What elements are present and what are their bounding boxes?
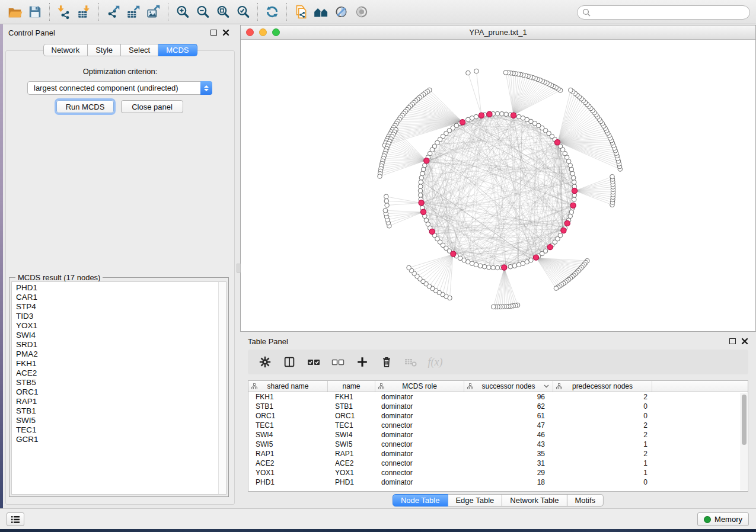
- column-header-shared-name[interactable]: shared name: [248, 381, 328, 392]
- refresh-button[interactable]: [262, 2, 282, 21]
- mcds-result-item[interactable]: YOX1: [12, 321, 218, 331]
- table-row[interactable]: PHD1PHD1dominator180: [248, 477, 740, 487]
- float-panel-icon[interactable]: [210, 30, 217, 36]
- delete-column-button[interactable]: [379, 354, 394, 370]
- table-row[interactable]: STB1STB1dominator620: [248, 402, 740, 411]
- column-header-predecessor-nodes[interactable]: predecessor nodes: [553, 381, 652, 392]
- network-analyzer-button[interactable]: [311, 2, 331, 21]
- window-zoom-traffic-light[interactable]: [272, 28, 280, 36]
- mcds-result-item[interactable]: STB1: [12, 406, 218, 416]
- table-row[interactable]: YOX1YOX1connector291: [248, 468, 740, 477]
- zoom-in-button[interactable]: [173, 2, 193, 21]
- duplicate-network-button[interactable]: [291, 2, 311, 21]
- table-row[interactable]: ACE2ACE2connector311: [248, 459, 740, 468]
- table-row[interactable]: SWI4SWI4dominator462: [248, 430, 740, 440]
- mcds-list-scrollbar[interactable]: [218, 282, 226, 494]
- close-panel-icon[interactable]: [222, 29, 229, 36]
- tab-node-table[interactable]: Node Table: [393, 494, 448, 507]
- table-row[interactable]: ORC1ORC1dominator610: [248, 411, 740, 421]
- tab-select[interactable]: Select: [121, 44, 158, 56]
- table-scrollbar[interactable]: [741, 393, 747, 491]
- task-history-button[interactable]: [7, 512, 24, 526]
- tab-network[interactable]: Network: [43, 44, 88, 56]
- table-row[interactable]: FKH1FKH1dominator962: [248, 392, 740, 402]
- column-header-successor-nodes[interactable]: successor nodes: [464, 381, 553, 392]
- window-minimize-traffic-light[interactable]: [259, 28, 267, 36]
- export-table-button[interactable]: [123, 2, 143, 21]
- open-button[interactable]: [5, 2, 25, 21]
- hide-graphics-details-button[interactable]: [331, 2, 352, 21]
- export-image-button[interactable]: [143, 2, 164, 21]
- mcds-result-item[interactable]: TID3: [12, 312, 218, 321]
- mcds-result-item[interactable]: SWI5: [12, 416, 218, 425]
- delete-table-button[interactable]: [403, 354, 419, 370]
- import-table-button[interactable]: [74, 2, 94, 21]
- selected-criterion-value: largest connected component (undirected): [28, 84, 200, 92]
- close-panel-button[interactable]: Close panel: [121, 100, 183, 113]
- add-column-button[interactable]: [355, 354, 370, 370]
- mcds-result-item[interactable]: ACE2: [12, 368, 218, 378]
- table-row[interactable]: RAP1RAP1dominator352: [248, 449, 740, 459]
- network-window-titlebar[interactable]: YPA_prune.txt_1: [241, 25, 755, 40]
- table-cell: ACE2: [328, 459, 375, 468]
- float-panel-icon[interactable]: [729, 338, 736, 344]
- mcds-result-item[interactable]: SWI4: [12, 331, 218, 340]
- table-cell: PHD1: [328, 477, 375, 487]
- function-builder-button[interactable]: f(x): [428, 354, 443, 370]
- tab-style[interactable]: Style: [88, 44, 121, 56]
- export-network-button[interactable]: [103, 2, 123, 21]
- table-cell: 31: [464, 459, 553, 468]
- mcds-result-item[interactable]: STB5: [12, 378, 218, 387]
- run-mcds-button[interactable]: Run MCDS: [56, 100, 114, 113]
- table-cell: TEC1: [248, 421, 328, 430]
- table-cell: 1: [553, 468, 652, 477]
- import-network-button[interactable]: [54, 2, 74, 21]
- search-icon: [582, 8, 591, 17]
- table-scrollbar-thumb[interactable]: [742, 395, 747, 445]
- zoom-fit-icon: [215, 4, 231, 20]
- tab-mcds[interactable]: MCDS: [158, 44, 197, 56]
- mcds-result-item[interactable]: STP4: [12, 302, 218, 312]
- mcds-result-item[interactable]: SRD1: [12, 340, 218, 350]
- zoom-fit-button[interactable]: [213, 2, 233, 21]
- save-button[interactable]: [25, 2, 45, 21]
- panel-splitter-handle[interactable]: [237, 264, 241, 273]
- window-close-traffic-light[interactable]: [246, 28, 254, 36]
- column-header-name[interactable]: name: [328, 381, 375, 392]
- sort-descending-icon: [544, 384, 549, 388]
- mcds-result-item[interactable]: PMA2: [12, 350, 218, 359]
- tab-motifs[interactable]: Motifs: [567, 494, 604, 507]
- network-canvas[interactable]: [241, 40, 755, 331]
- mcds-result-item[interactable]: RAP1: [12, 397, 218, 406]
- table-row[interactable]: TEC1TEC1connector472: [248, 421, 740, 430]
- select-all-button[interactable]: [306, 354, 321, 370]
- zoom-selected-button[interactable]: [233, 2, 253, 21]
- mcds-result-item[interactable]: ORC1: [12, 387, 218, 397]
- table-settings-button[interactable]: [257, 354, 273, 370]
- plus-icon: [356, 355, 369, 368]
- table-cell: ACE2: [248, 459, 328, 468]
- table-row[interactable]: SWI5SWI5connector431: [248, 440, 740, 449]
- mcds-result-item[interactable]: TEC1: [12, 425, 218, 435]
- table-cell: ORC1: [248, 411, 328, 421]
- birdseye-view-button[interactable]: [352, 2, 372, 21]
- tab-edge-table[interactable]: Edge Table: [448, 494, 502, 507]
- mcds-result-listbox[interactable]: PHD1CAR1STP4TID3YOX1SWI4SRD1PMA2FKH1ACE2…: [11, 281, 227, 495]
- optimization-criterion-select[interactable]: largest connected component (undirected): [27, 81, 212, 95]
- column-header-mcds-role[interactable]: MCDS role: [375, 381, 464, 392]
- mcds-result-item[interactable]: PHD1: [12, 283, 218, 293]
- show-columns-button[interactable]: [282, 354, 297, 370]
- tab-network-table[interactable]: Network Table: [502, 494, 567, 507]
- close-panel-icon[interactable]: [741, 338, 748, 345]
- search-input[interactable]: [591, 7, 749, 18]
- mcds-result-item[interactable]: CAR1: [12, 293, 218, 302]
- eye-icon: [354, 4, 369, 20]
- zoom-out-button[interactable]: [193, 2, 213, 21]
- table-cell: 62: [464, 402, 553, 411]
- mcds-result-item[interactable]: GCR1: [12, 435, 218, 444]
- table-cell: 29: [464, 468, 553, 477]
- select-all-icon: [307, 355, 321, 368]
- memory-button[interactable]: Memory: [697, 512, 749, 526]
- deselect-all-button[interactable]: [330, 354, 346, 370]
- mcds-result-item[interactable]: FKH1: [12, 359, 218, 368]
